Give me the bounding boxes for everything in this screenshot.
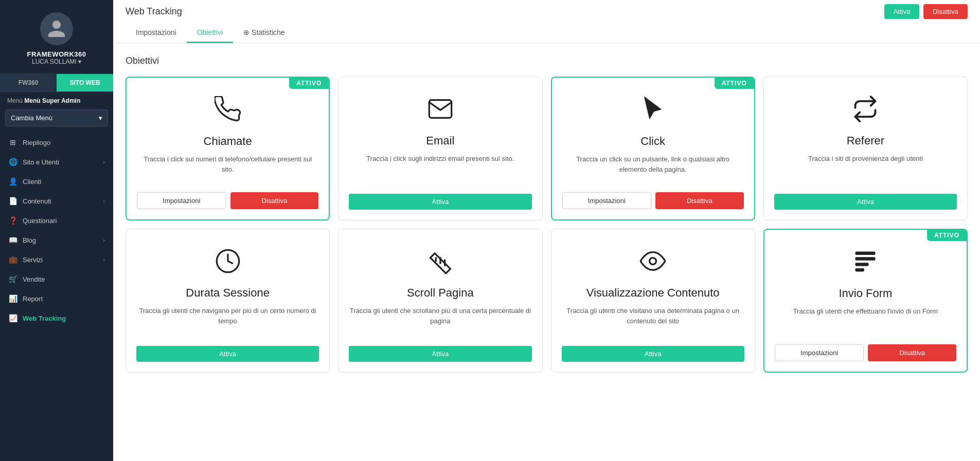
tab-statistiche[interactable]: ⊕ Statistiche [233, 23, 295, 43]
impostazioni-button[interactable]: Impostazioni [137, 192, 226, 209]
grid-icon: ⊞ [8, 138, 17, 146]
chevron-right-icon: › [103, 256, 105, 263]
card-desc: Traccia i click sui numeri di telefono/c… [137, 154, 318, 184]
file-icon: 📄 [8, 197, 17, 205]
cursor-icon [639, 96, 666, 128]
card-title: Click [640, 135, 665, 148]
svg-rect-7 [856, 263, 869, 266]
card-actions: Impostazioni Disattiva [775, 344, 956, 361]
card-invio-form: ATTIVO Invio Form Traccia gli utenti che… [763, 229, 968, 373]
card-title: Durata Sessione [186, 286, 270, 300]
ruler-icon [427, 248, 454, 280]
card-desc: Traccia gli utenti che navigano per più … [136, 306, 319, 338]
card-actions: Impostazioni Disattiva [137, 192, 318, 209]
trending-icon: 📈 [8, 314, 17, 322]
attiva-button[interactable]: Attiva [136, 346, 319, 362]
card-durata-sessione: Durata Sessione Traccia gli utenti che n… [126, 229, 330, 373]
sidebar-item-blog[interactable]: 📖 Blog › [0, 230, 113, 250]
card-actions: Impostazioni Disattiva [562, 192, 744, 209]
menu-header: Menù Menù Super Admin [0, 92, 113, 106]
card-title: Chiamate [204, 135, 252, 148]
top-actions: Attiva Disattiva [884, 4, 968, 19]
card-desc: Traccia gli utenti che scrollano più di … [349, 306, 531, 338]
card-desc: Traccia i siti di provenienza degli uten… [808, 154, 923, 186]
sidebar-item-report[interactable]: 📊 Report [0, 289, 113, 308]
sidebar-item-clienti[interactable]: 👤 Clienti [0, 172, 113, 191]
disattiva-button[interactable]: Disattiva [230, 192, 319, 209]
user-name: LUCA SOLLAMI ▾ [32, 58, 81, 65]
chart-icon: 📊 [8, 294, 17, 303]
disattiva-button[interactable]: Disattiva [655, 192, 744, 209]
help-icon: ❓ [8, 216, 17, 225]
card-chiamate: ATTIVO Chiamate Traccia i click sui nume… [126, 77, 330, 220]
disattiva-button[interactable]: Disattiva [868, 344, 956, 361]
attiva-button[interactable]: Attiva [774, 194, 957, 210]
phone-icon [215, 96, 241, 128]
sidebar-item-riepilogo[interactable]: ⊞ Riepilogo [0, 133, 113, 152]
card-desc: Traccia gli utenti che effettuano l'invi… [793, 306, 938, 336]
sidebar-item-sito-utenti[interactable]: 🌐 Sito e Utenti › [0, 152, 113, 172]
chevron-right-icon: › [103, 237, 105, 243]
top-attiva-button[interactable]: Attiva [884, 4, 920, 19]
tab-sito-web[interactable]: SITO WEB [57, 74, 113, 91]
section-title: Obiettivi [126, 56, 968, 66]
stats-icon: ⊕ [243, 28, 252, 36]
attiva-button[interactable]: Attiva [349, 346, 531, 362]
sidebar-nav: ⊞ Riepilogo 🌐 Sito e Utenti › 👤 Clienti … [0, 131, 113, 461]
card-title: Invio Form [839, 287, 892, 300]
attiva-button[interactable]: Attiva [349, 194, 531, 210]
svg-point-4 [650, 258, 656, 265]
chevron-right-icon: › [103, 198, 105, 204]
form-icon [852, 248, 879, 281]
cart-icon: 🛒 [8, 275, 17, 283]
card-actions: Attiva [562, 346, 744, 362]
top-disattiva-button[interactable]: Disattiva [923, 4, 968, 19]
tabs-bar: Impostazioni Obiettivi ⊕ Statistiche [126, 23, 968, 43]
card-title: Email [426, 134, 454, 147]
svg-rect-5 [856, 252, 876, 255]
eye-icon [639, 248, 666, 280]
users-icon: 👤 [8, 177, 17, 186]
globe-icon: 🌐 [8, 158, 17, 166]
sidebar-item-questionari[interactable]: ❓ Questionari [0, 211, 113, 230]
tab-obiettivi[interactable]: Obiettivi [187, 23, 234, 43]
menu-dropdown[interactable]: Cambia Menù ▾ [5, 109, 108, 126]
book-icon: 📖 [8, 236, 17, 244]
sidebar-item-vendite[interactable]: 🛒 Vendite [0, 269, 113, 289]
tab-impostazioni[interactable]: Impostazioni [126, 23, 187, 43]
card-desc: Traccia gli utenti che visitano una dete… [562, 306, 744, 338]
status-badge: ATTIVO [715, 78, 754, 89]
content-area: Obiettivi ATTIVO Chiamate Traccia i clic… [113, 43, 980, 461]
card-email: Email Traccia i click sugli indirizzi em… [338, 77, 542, 220]
card-click: ATTIVO Click Traccia un click su un puls… [551, 77, 755, 220]
card-title: Referer [847, 134, 884, 147]
impostazioni-button[interactable]: Impostazioni [562, 192, 652, 209]
svg-rect-8 [856, 268, 864, 272]
status-badge: ATTIVO [289, 78, 329, 89]
profile-section: FRAMEWORK360 LUCA SOLLAMI ▾ [0, 0, 113, 74]
sidebar-item-contenuti[interactable]: 📄 Contenuti › [0, 191, 113, 211]
sidebar-item-web-tracking[interactable]: 📈 Web Tracking [0, 308, 113, 328]
company-name: FRAMEWORK360 [27, 50, 86, 58]
cards-grid: ATTIVO Chiamate Traccia i click sui nume… [126, 77, 968, 373]
main-content: Web Tracking Attiva Disattiva Impostazio… [113, 0, 980, 461]
briefcase-icon: 💼 [8, 255, 17, 264]
card-visualizzazione-contenuto: Visualizzazione Contenuto Traccia gli ut… [551, 229, 755, 373]
page-title: Web Tracking [126, 6, 182, 17]
tab-fw360[interactable]: FW360 [0, 74, 57, 91]
sidebar: FRAMEWORK360 LUCA SOLLAMI ▾ FW360 SITO W… [0, 0, 113, 461]
avatar [40, 12, 73, 45]
page-title-bar: Web Tracking Attiva Disattiva [126, 4, 968, 23]
impostazioni-button[interactable]: Impostazioni [775, 344, 864, 361]
svg-rect-6 [856, 257, 876, 261]
sidebar-item-servizi[interactable]: 💼 Servizi › [0, 250, 113, 269]
card-desc: Traccia i click sugli indirizzi email pr… [366, 154, 514, 186]
card-actions: Attiva [136, 346, 319, 362]
card-scroll-pagina: Scroll Pagina Traccia gli utenti che scr… [338, 229, 542, 373]
status-badge: ATTIVO [927, 230, 967, 241]
attiva-button[interactable]: Attiva [562, 346, 744, 362]
card-title: Visualizzazione Contenuto [586, 286, 720, 300]
chevron-right-icon: › [103, 159, 105, 165]
card-title: Scroll Pagina [407, 286, 474, 300]
share-icon [852, 96, 879, 128]
